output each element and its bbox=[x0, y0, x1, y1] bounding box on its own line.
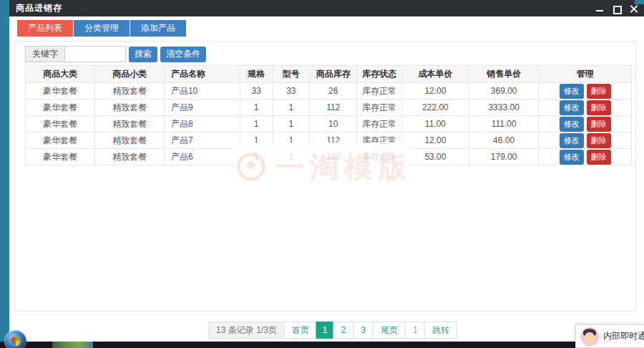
column-header: 销售单价 bbox=[469, 66, 538, 83]
edit-button[interactable]: 修改 bbox=[560, 150, 584, 165]
edit-button[interactable]: 修改 bbox=[560, 117, 584, 132]
record-summary: 13 条记录 1/3页 bbox=[208, 322, 285, 339]
delete-button[interactable]: 删除 bbox=[587, 150, 611, 165]
table-cell: 12.00 bbox=[401, 83, 469, 100]
table-cell: 112 bbox=[310, 100, 357, 116]
table-cell: 10 bbox=[310, 116, 357, 132]
row-actions: 修改删除 bbox=[539, 149, 632, 165]
pagination: 13 条记录 1/3页 首页 123 尾页 跳转 bbox=[209, 322, 457, 339]
jump-button[interactable]: 跳转 bbox=[424, 322, 457, 339]
table-cell: 豪华套餐 bbox=[26, 116, 95, 132]
table-cell: 产品6 bbox=[164, 149, 240, 165]
table-header-row: 商品大类商品小类产品名称规格型号商品库存库存状态成本单价销售单价管理 bbox=[26, 66, 632, 83]
table-row: 豪华套餐精致套餐产品10333326库存正常12.00369.00修改删除 bbox=[26, 83, 632, 100]
tab-category-management[interactable]: 分类管理 bbox=[74, 20, 130, 37]
maximize-icon[interactable] bbox=[613, 4, 621, 13]
product-table: 商品大类商品小类产品名称规格型号商品库存库存状态成本单价销售单价管理 豪华套餐精… bbox=[25, 65, 632, 165]
jump-page-cell bbox=[405, 322, 425, 339]
jump-page-input[interactable] bbox=[413, 325, 417, 335]
first-page-link[interactable]: 首页 bbox=[284, 322, 317, 339]
table-cell: 库存正常 bbox=[357, 100, 402, 116]
table-cell: 109 bbox=[310, 149, 357, 165]
windows-logo-icon bbox=[11, 337, 21, 347]
column-header: 管理 bbox=[539, 66, 632, 83]
clear-filters-button[interactable]: 清空条件 bbox=[160, 47, 206, 62]
table-cell: 111.00 bbox=[469, 116, 538, 132]
close-icon[interactable] bbox=[630, 4, 638, 13]
windows-start-button[interactable] bbox=[4, 330, 26, 348]
keyword-label: 关键字 bbox=[25, 46, 64, 62]
page-number-links: 123 bbox=[317, 322, 374, 339]
tab-bar: 产品列表 分类管理 添加产品 bbox=[17, 20, 186, 37]
table-cell: 222.00 bbox=[401, 100, 469, 116]
taskbar-icon bbox=[52, 342, 93, 348]
table-cell: 3333.00 bbox=[469, 100, 538, 116]
table-row: 豪华套餐精致套餐产品711112库存正常12.0046.00修改删除 bbox=[26, 132, 632, 149]
tab-add-product[interactable]: 添加产品 bbox=[130, 20, 186, 37]
table-cell: 库存正常 bbox=[357, 149, 402, 165]
table-cell: 豪华套餐 bbox=[26, 100, 95, 116]
page-number-link[interactable]: 2 bbox=[333, 322, 354, 339]
product-list-panel: 关键字 搜索 清空条件 商品大类商品小类产品名称规格型号商品库存库存状态成本单价… bbox=[14, 41, 636, 311]
table-cell: 1 bbox=[273, 149, 310, 165]
messenger-popup[interactable]: 内部即时通讯 bbox=[575, 324, 644, 348]
row-actions: 修改删除 bbox=[539, 100, 632, 116]
table-cell: 112 bbox=[310, 132, 357, 149]
search-bar: 关键字 搜索 清空条件 bbox=[25, 46, 629, 62]
delete-button[interactable]: 删除 bbox=[587, 117, 611, 132]
keyword-input[interactable] bbox=[64, 46, 126, 62]
delete-button[interactable]: 删除 bbox=[587, 84, 611, 99]
table-cell: 33 bbox=[273, 83, 310, 100]
desktop-corner-notch bbox=[635, 0, 644, 4]
window-title: 商品进销存 bbox=[9, 2, 62, 14]
delete-button[interactable]: 删除 bbox=[587, 100, 611, 115]
table-cell: 库存正常 bbox=[357, 83, 402, 100]
table-cell: 精致套餐 bbox=[95, 132, 165, 149]
table-row: 豪华套餐精致套餐产品81110库存正常11.00111.00修改删除 bbox=[26, 116, 632, 132]
table-cell: 46.00 bbox=[469, 132, 538, 149]
table-cell: 1 bbox=[240, 116, 273, 132]
table-body: 豪华套餐精致套餐产品10333326库存正常12.00369.00修改删除豪华套… bbox=[26, 83, 632, 165]
table-cell: 产品9 bbox=[164, 100, 240, 116]
edit-button[interactable]: 修改 bbox=[560, 100, 584, 115]
table-cell: 1 bbox=[240, 149, 273, 165]
column-header: 产品名称 bbox=[164, 66, 240, 83]
app-window: 商品进销存 产品列表 分类管理 添加产品 关键字 搜索 清空条件 bbox=[9, 0, 644, 342]
minimize-icon[interactable] bbox=[595, 4, 604, 13]
messenger-popup-label: 内部即时通讯 bbox=[603, 330, 644, 342]
table-cell: 12.00 bbox=[401, 132, 469, 149]
table-cell: 库存正常 bbox=[357, 132, 402, 149]
column-header: 规格 bbox=[240, 66, 273, 83]
table-cell: 369.00 bbox=[469, 83, 538, 100]
table-cell: 53.00 bbox=[401, 149, 469, 165]
column-header: 库存状态 bbox=[357, 66, 402, 83]
row-actions: 修改删除 bbox=[539, 132, 632, 149]
edit-button[interactable]: 修改 bbox=[560, 84, 584, 99]
table-cell: 179.00 bbox=[469, 149, 538, 165]
avatar bbox=[580, 327, 599, 346]
taskbar[interactable] bbox=[0, 342, 644, 348]
column-header: 商品小类 bbox=[95, 66, 165, 83]
page-number-link[interactable]: 1 bbox=[316, 322, 334, 339]
column-header: 成本单价 bbox=[401, 66, 469, 83]
row-actions: 修改删除 bbox=[539, 116, 632, 132]
last-page-link[interactable]: 尾页 bbox=[373, 322, 406, 339]
column-header: 型号 bbox=[273, 66, 310, 83]
table-row: 豪华套餐精致套餐产品911112库存正常222.003333.00修改删除 bbox=[26, 100, 632, 116]
column-header: 商品库存 bbox=[310, 66, 357, 83]
edit-button[interactable]: 修改 bbox=[560, 133, 584, 148]
table-cell: 11.00 bbox=[401, 116, 469, 132]
page-number-link[interactable]: 3 bbox=[353, 322, 374, 339]
window-controls bbox=[595, 0, 638, 16]
table-cell: 精致套餐 bbox=[95, 149, 165, 165]
table-cell: 1 bbox=[240, 132, 273, 149]
table-row: 豪华套餐精致套餐产品611109库存正常53.00179.00修改删除 bbox=[26, 149, 632, 165]
delete-button[interactable]: 删除 bbox=[587, 133, 611, 148]
tab-product-list[interactable]: 产品列表 bbox=[17, 20, 73, 37]
table-cell: 33 bbox=[240, 83, 273, 100]
table-cell: 1 bbox=[273, 116, 310, 132]
title-bar[interactable]: 商品进销存 bbox=[9, 0, 644, 16]
table-cell: 产品7 bbox=[164, 132, 240, 149]
desktop-background: 商品进销存 产品列表 分类管理 添加产品 关键字 搜索 清空条件 bbox=[0, 0, 644, 348]
search-button[interactable]: 搜索 bbox=[129, 47, 157, 62]
